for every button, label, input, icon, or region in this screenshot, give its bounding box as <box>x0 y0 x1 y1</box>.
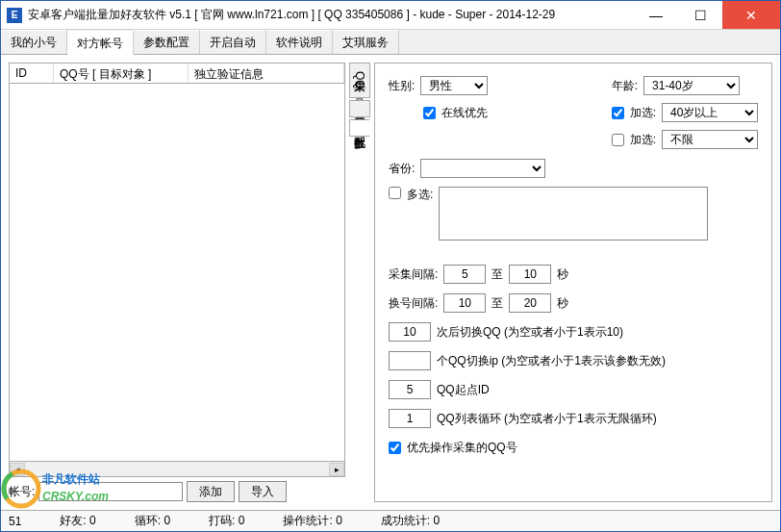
switch-count-desc: 次后切换QQ (为空或者小于1表示10) <box>437 324 623 341</box>
loop-desc: QQ列表循环 (为空或者小于1表示无限循环) <box>437 411 657 427</box>
grid-header: ID QQ号 [ 目标对象 ] 独立验证信息 <box>9 63 345 84</box>
gender-select[interactable]: 男性 <box>420 76 488 95</box>
status-success: 成功统计: 0 <box>381 513 440 529</box>
loop-input[interactable] <box>389 409 431 428</box>
start-id-input[interactable] <box>389 380 431 399</box>
tab-param-config[interactable]: 参数配置 <box>134 30 200 54</box>
col-verify: 独立验证信息 <box>189 63 344 83</box>
sec-label-1: 秒 <box>557 266 568 283</box>
close-button[interactable]: ✕ <box>722 1 780 29</box>
to-label-1: 至 <box>491 266 503 283</box>
maximize-button[interactable]: ☐ <box>678 1 722 29</box>
account-label: 帐号: <box>9 484 35 500</box>
grid-hscroll[interactable]: ◂ ▸ <box>9 462 345 477</box>
status-friends: 好友: 0 <box>60 513 95 529</box>
main-tabstrip: 我的小号 对方帐号 参数配置 开启自动 软件说明 艾琪服务 <box>1 30 780 55</box>
extra1-checkbox[interactable] <box>612 107 624 119</box>
priority-collect-checkbox[interactable] <box>389 442 401 454</box>
province-select[interactable] <box>420 159 545 178</box>
extra2-label: 加选: <box>630 132 656 148</box>
multi-checkbox[interactable] <box>389 187 401 199</box>
multi-textarea[interactable] <box>439 187 708 241</box>
statusbar: 51 好友: 0 循环: 0 打码: 0 操作统计: 0 成功统计: 0 <box>1 510 780 531</box>
scroll-left-icon[interactable]: ◂ <box>10 463 25 476</box>
tab-target-accounts[interactable]: 对方帐号 <box>67 31 134 55</box>
account-input[interactable] <box>38 482 183 501</box>
vtab-param-config[interactable]: 参数配置 <box>349 119 370 137</box>
window-title: 安卓客户端批量加好友软件 v5.1 [ 官网 www.ln721.com ] [… <box>28 7 634 23</box>
minimize-button[interactable]: — <box>634 1 678 29</box>
sec-label-2: 秒 <box>557 295 568 312</box>
scroll-right-icon[interactable]: ▸ <box>329 463 344 476</box>
extra2-checkbox[interactable] <box>612 134 624 146</box>
tab-my-accounts[interactable]: 我的小号 <box>1 30 67 54</box>
import-button[interactable]: 导入 <box>239 481 287 502</box>
collect-from-input[interactable] <box>443 265 486 284</box>
add-button[interactable]: 添加 <box>187 481 235 502</box>
to-label-2: 至 <box>491 295 503 312</box>
gender-label: 性别: <box>389 78 415 94</box>
age-select[interactable]: 31-40岁 <box>643 76 740 95</box>
tab-help[interactable]: 软件说明 <box>266 30 333 54</box>
online-priority-checkbox[interactable] <box>423 107 436 119</box>
tab-auto-start[interactable]: 开启自动 <box>200 30 266 54</box>
status-loop: 循环: 0 <box>135 513 170 529</box>
status-code: 打码: 0 <box>209 513 244 529</box>
switch-from-input[interactable] <box>443 293 486 313</box>
start-id-desc: QQ起点ID <box>437 382 490 398</box>
vtab-collect-qq[interactable]: 采集QQ号 <box>349 63 370 98</box>
col-id: ID <box>10 63 54 83</box>
titlebar: E 安卓客户端批量加好友软件 v5.1 [ 官网 www.ln721.com ]… <box>1 1 780 30</box>
tab-service[interactable]: 艾琪服务 <box>333 30 399 54</box>
multi-label: 多选: <box>407 187 433 203</box>
switch-to-input[interactable] <box>509 293 551 313</box>
province-label: 省份: <box>389 161 415 177</box>
switch-count-input[interactable] <box>389 322 431 342</box>
extra1-select[interactable]: 40岁以上 <box>662 103 758 122</box>
collect-interval-label: 采集间隔: <box>389 266 438 283</box>
grid-body[interactable] <box>9 84 345 462</box>
priority-collect-label: 优先操作采集的QQ号 <box>407 440 517 456</box>
status-ops: 操作统计: 0 <box>283 513 341 529</box>
app-icon: E <box>7 8 22 23</box>
age-label: 年龄: <box>612 78 638 94</box>
extra2-select[interactable]: 不限 <box>662 130 758 149</box>
status-1: 51 <box>9 515 21 528</box>
online-priority-label: 在线优先 <box>441 105 488 121</box>
switch-ip-desc: 个QQ切换ip (为空或者小于1表示该参数无效) <box>437 353 666 369</box>
switch-ip-input[interactable] <box>389 351 431 370</box>
vtab-account-config[interactable]: 小号配置 <box>349 100 370 117</box>
extra1-label: 加选: <box>630 105 656 121</box>
switch-interval-label: 换号间隔: <box>389 295 438 312</box>
col-qq: QQ号 [ 目标对象 ] <box>54 63 189 83</box>
collect-to-input[interactable] <box>509 265 551 284</box>
